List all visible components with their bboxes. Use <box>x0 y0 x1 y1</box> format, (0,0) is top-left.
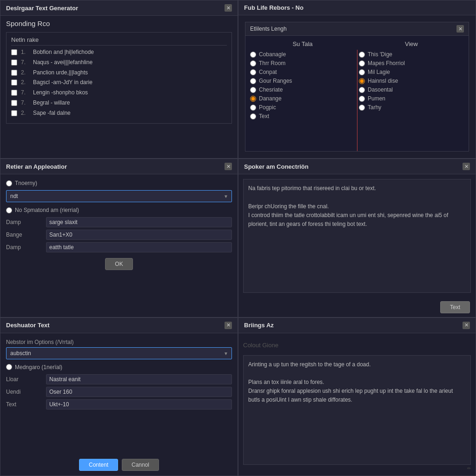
checklist-item: 2. Bagscl -arn-JdY in darie <box>11 79 227 86</box>
col2-radio-item: Mapes Fhorriol <box>359 60 464 66</box>
col1-radios: Cobanagle Thrr Room Conpat Gour Ranges C… <box>250 51 355 119</box>
col1-label-5: Danange <box>259 95 282 102</box>
panel5-radio-row: Medngarо (1nerïal) <box>6 364 232 370</box>
panel-briings: Briings Az ✕ Colout Gione ✏ <box>238 317 476 476</box>
panel5-select-wrapper: aubsctin <box>6 347 232 359</box>
panel3-close-button[interactable]: ✕ <box>225 163 232 170</box>
col2-radio-5[interactable] <box>359 96 365 102</box>
panel6-close-button[interactable]: ✕ <box>463 322 470 329</box>
panel1-close-button[interactable]: ✕ <box>225 4 232 12</box>
checklist-item: 2. Panclion urde,|||laghts <box>11 69 227 77</box>
panel5-options-label: Nebstor im Options (/Vrrtal) <box>6 339 232 345</box>
panel3-title: Retier an Appleoatior <box>6 163 67 170</box>
col2-title: View <box>359 40 464 47</box>
checklist-text-3: Bagscl -arn-JdY in darie <box>33 79 93 86</box>
checklist-text-4: Lengin -shonpho bkos <box>33 89 88 97</box>
col2-radio-4[interactable] <box>359 87 365 93</box>
panel1-header: Deslrgaar Text Generator ✕ <box>0 0 238 16</box>
panel5-field-input-2[interactable] <box>46 399 232 410</box>
panel2-close-button[interactable]: ✕ <box>456 25 464 33</box>
checklist-text-5: Begral - willare <box>33 99 70 107</box>
panel2-title: Fub Life Rebors - No <box>244 4 304 11</box>
col1-radio-1[interactable] <box>250 60 256 66</box>
panel5-header: Deshuator Text ✕ <box>0 318 238 333</box>
col2-radio-0[interactable] <box>359 52 365 58</box>
panel5-cancel-button[interactable]: Cannol <box>122 459 159 471</box>
col2-radio-3[interactable] <box>359 78 365 84</box>
panel3-radio-row: Tnoerny) <box>6 180 232 186</box>
panel4-close-button[interactable]: ✕ <box>463 163 470 170</box>
col1-label-6: Pogpic <box>259 104 276 111</box>
col1-radio-item: Gour Ranges <box>250 78 355 84</box>
panel4-text-button[interactable]: Text <box>440 301 470 313</box>
col2: View This 'Dige Mapes Fhorriol Mil Lagie… <box>359 40 464 146</box>
panel-designer-text-generator: Deslrgaar Text Generator ✕ Sponding Rco … <box>0 0 238 159</box>
panel3-fields: Damp Bange Damp <box>6 217 232 252</box>
checklist-container: 1. Bobfion and |hi|lefichode 7. Naqus - … <box>11 48 227 117</box>
col2-label-1: Mapes Fhorriol <box>368 60 405 66</box>
panel3-field-input-0[interactable] <box>46 217 232 227</box>
col1-radio-item: Conpat <box>250 69 355 75</box>
panel2-header: Fub Life Rebors - No <box>238 0 476 15</box>
col2-radio-6[interactable] <box>359 105 365 111</box>
panel3-ok-button[interactable]: OK <box>105 258 132 270</box>
panel5-select[interactable]: aubsctin <box>6 347 232 359</box>
panel5-field-input-1[interactable] <box>46 387 232 397</box>
panel3-radio-row2: No Spmatond am (rierrial) <box>6 207 232 213</box>
checklist-checkbox-5[interactable] <box>11 100 17 106</box>
col1-label-0: Cobanagle <box>259 51 286 58</box>
panel5-field-input-0[interactable] <box>46 374 232 384</box>
col1-radio-4[interactable] <box>250 87 256 93</box>
col2-radio-1[interactable] <box>359 60 365 66</box>
panel2-inner-header: Etlilents Lengh ✕ <box>245 22 469 36</box>
col1-radio-5[interactable] <box>250 96 256 102</box>
panel1-section-title: Sponding Rco <box>6 20 232 27</box>
panel5-fields: Lloar Uendi Text <box>6 374 232 412</box>
checklist-num-0: 1. <box>21 48 29 56</box>
col1-radio-item: Text <box>250 113 355 119</box>
checklist-checkbox-6[interactable] <box>11 110 17 116</box>
panel3-field-name-0: Damp <box>6 219 43 225</box>
checklist-checkbox-0[interactable] <box>11 49 17 55</box>
panel3-radio2[interactable] <box>6 207 12 213</box>
panel1-title: Deslrgaar Text Generator <box>6 5 78 12</box>
checklist-item: 1. Bobfion and |hi|lefichode <box>11 48 227 56</box>
panel4-textarea[interactable] <box>243 179 471 292</box>
panel3-field-row: Bange <box>6 230 232 240</box>
checklist-checkbox-3[interactable] <box>11 79 17 86</box>
col1: Su Tala Cobanagle Thrr Room Conpat Gour … <box>250 40 355 146</box>
checklist-checkbox-2[interactable] <box>11 70 17 76</box>
col1-radio-3[interactable] <box>250 78 256 84</box>
panel5-field-row: Text <box>6 399 232 410</box>
col1-radio-item: Thrr Room <box>250 60 355 66</box>
panel3-select[interactable]: ndt <box>6 190 232 202</box>
col1-radio-2[interactable] <box>250 69 256 75</box>
panel3-radio1[interactable] <box>6 180 12 186</box>
panel5-close-button[interactable]: ✕ <box>225 322 232 329</box>
panel5-radio[interactable] <box>6 364 12 370</box>
panel5-content-button[interactable]: Content <box>79 459 118 471</box>
checklist-checkbox-1[interactable] <box>11 60 17 66</box>
panel4-title: Spoker am Conectriön <box>244 163 309 170</box>
panel3-header: Retier an Appleoatior ✕ <box>0 159 238 174</box>
panel3-field-name-1: Bange <box>6 231 43 238</box>
panel3-field-input-1[interactable] <box>46 230 232 240</box>
col1-title: Su Tala <box>250 40 355 47</box>
panel6-textarea[interactable] <box>243 355 471 465</box>
panel1-list-title: Netln rake <box>11 36 227 46</box>
col1-radio-7[interactable] <box>250 113 256 119</box>
panel3-dropdown-group: ndt <box>6 190 232 202</box>
panel5-field-row: Uendi <box>6 387 232 397</box>
col2-radio-2[interactable] <box>359 69 365 75</box>
col2-radio-item: Mil Lagie <box>359 69 464 75</box>
col1-radio-6[interactable] <box>250 105 256 111</box>
checklist-text-0: Bobfion and |hi|lefichode <box>33 48 94 56</box>
col1-radio-0[interactable] <box>250 52 256 58</box>
checklist-item: 7. Lengin -shonpho bkos <box>11 89 227 97</box>
col2-radio-item: Tarhy <box>359 104 464 111</box>
checklist-num-4: 7. <box>21 89 29 97</box>
panel3-field-input-2[interactable] <box>46 242 232 252</box>
checklist-checkbox-4[interactable] <box>11 90 17 96</box>
col2-label-3: Hainnsl dise <box>368 78 398 84</box>
panel2-inner-title: Etlilents Lengh <box>250 26 287 32</box>
